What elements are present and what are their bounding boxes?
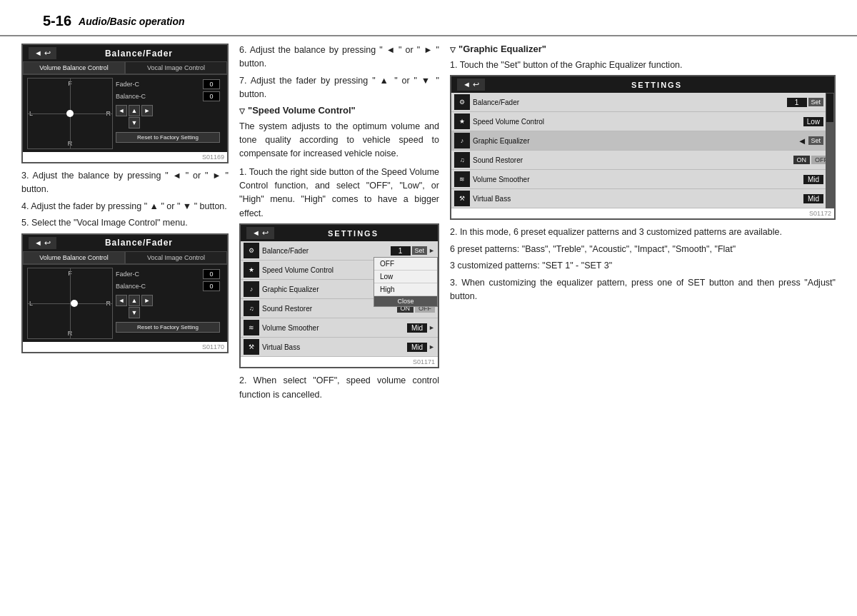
settings-row-sound-2: ♫ Sound Restorer ON OFF (451, 151, 834, 170)
content-area: ◄ ↩ Balance/Fader Volume Balance Control… (0, 44, 857, 405)
settings-back-2[interactable]: ◄ ↩ (457, 79, 485, 91)
balance-arrow: ► (428, 247, 435, 254)
bass-row-value: Mid (407, 343, 427, 352)
back-button-1[interactable]: ◄ ↩ (29, 47, 56, 59)
settings-back-1[interactable]: ◄ ↩ (246, 227, 274, 239)
tab-vocal-image-1[interactable]: Vocal Image Control (125, 61, 227, 74)
screen-tabs-2: Volume Balance Control Vocal Image Contr… (23, 251, 227, 265)
volume-row-value-2: Mid (803, 175, 823, 184)
settings-code-2: S01172 (451, 208, 834, 218)
screen-code-1: S01169 (23, 152, 227, 162)
down-arrow-2[interactable]: ▼ (129, 307, 140, 318)
balance-row-value-2: 1 (787, 98, 807, 107)
speed-volume-body: The system adjusts to the optimum volume… (239, 120, 439, 161)
left-column: ◄ ↩ Balance/Fader Volume Balance Control… (21, 44, 229, 405)
sound-icon-2: ♫ (454, 152, 470, 168)
wave-icon-2: ≋ (454, 171, 470, 187)
step-5: 5. Select the "Vocal Image Control" menu… (21, 216, 229, 230)
settings-row-volume: ≋ Volume Smoother Mid ► (241, 318, 438, 338)
gear-icon-1: ⚙ (244, 243, 259, 258)
tab-vocal-image-2[interactable]: Vocal Image Control (125, 251, 227, 264)
screen-inner-2: ◄ ↩ Balance/Fader Volume Balance Control… (23, 235, 227, 342)
bluetooth-icon-1: ★ (244, 262, 259, 278)
tab-volume-balance-1[interactable]: Volume Balance Control (23, 61, 125, 74)
bass-row-label-2: Virtual Bass (473, 195, 803, 203)
fader-value-2: 0 (203, 269, 220, 279)
dropdown-high[interactable]: High (374, 283, 437, 296)
settings-header-1: ◄ ↩ SETTINGS (241, 225, 438, 241)
speed-volume-title: "Speed Volume Control" (248, 105, 356, 116)
sound-row-label-2: Sound Restorer (473, 156, 792, 164)
graphic-step-2: 2. In this mode, 6 preset equalizer patt… (450, 226, 836, 239)
reset-btn-2[interactable]: Reset to Factory Setting (116, 322, 220, 333)
page-title: Audio/Basic operation (79, 16, 185, 27)
balance-row-value: 1 (391, 246, 411, 256)
settings-inner-2: ◄ ↩ SETTINGS ⚙ Balance/Fader 1 Set ► ★ (451, 76, 834, 208)
balance-row-label-2: Balance/Fader (473, 99, 787, 106)
settings-title-2: SETTINGS (485, 81, 828, 89)
preset-patterns: 6 preset patterns: "Bass", "Treble", "Ac… (450, 243, 836, 256)
eq-row-label-2: Graphic Equalizer (473, 137, 796, 145)
gear-icon-2: ⚙ (454, 94, 470, 110)
balance-set-btn[interactable]: Set (412, 246, 428, 255)
down-arrow-1[interactable]: ▼ (129, 117, 140, 128)
settings-inner-1: ◄ ↩ SETTINGS ⚙ Balance/Fader 1 Set ► ★ (241, 225, 438, 357)
tab-volume-balance-2[interactable]: Volume Balance Control (23, 251, 125, 264)
settings-title-1: SETTINGS (274, 229, 432, 238)
right-column: ▽ "Graphic Equalizer" 1. Touch the "Set"… (450, 44, 836, 405)
settings-row-volume-2: ≋ Volume Smoother Mid ► (451, 170, 834, 189)
settings-screen-1: ◄ ↩ SETTINGS ⚙ Balance/Fader 1 Set ► ★ (239, 223, 439, 368)
settings-row-eq-2: ♪ Graphic Equalizer ◄ Set ► (451, 131, 834, 151)
balance-row-label: Balance/Fader (262, 247, 391, 255)
crosshair-dot-1 (66, 110, 74, 117)
settings-row-speed-2: ★ Speed Volume Control Low ► (451, 112, 834, 131)
up-arrow-2[interactable]: ▲ (129, 295, 140, 306)
graphic-eq-title: "Graphic Equalizer" (458, 44, 546, 54)
graphic-eq-section: ▽ "Graphic Equalizer" (450, 44, 836, 54)
screen-tabs-1: Volume Balance Control Vocal Image Contr… (23, 61, 227, 75)
speed-row-value-2: Low (803, 117, 823, 126)
step-4: 4. Adjust the fader by pressing " ▲ " or… (21, 200, 229, 213)
balance-value-2: 0 (203, 281, 220, 291)
reset-btn-1[interactable]: Reset to Factory Setting (116, 132, 220, 143)
dropdown-low[interactable]: Low (374, 271, 437, 283)
balance-ctrl-2: Balance-C 0 (116, 281, 220, 291)
balance-area-1: F R L R Fader-C 0 Bala (23, 75, 227, 152)
balance-value-1: 0 (203, 91, 220, 101)
dropdown-off[interactable]: OFF (374, 258, 437, 271)
balance-set-btn-2[interactable]: Set (808, 98, 824, 106)
back-button-2[interactable]: ◄ ↩ (29, 237, 56, 249)
left-arrow-1[interactable]: ◄ (116, 105, 127, 116)
step-3: 3. Adjust the balance by pressing " ◄ " … (21, 169, 229, 197)
fader-ctrl-1: Fader-C 0 (116, 79, 220, 89)
bass-row-label: Virtual Bass (262, 343, 407, 351)
screen-code-2: S01170 (23, 342, 227, 352)
eq-set-btn-2[interactable]: Set (808, 136, 824, 145)
eq-arrow-indicator: ◄ (798, 136, 807, 146)
triangle-icon-2: ▽ (450, 46, 456, 54)
right-arrow-1[interactable]: ► (141, 105, 153, 116)
fader-label-1: Fader-C (116, 81, 201, 88)
music-icon-1: ♪ (244, 281, 259, 297)
balance-fader-screen-2: ◄ ↩ Balance/Fader Volume Balance Control… (21, 233, 229, 353)
settings-screen-2: ◄ ↩ SETTINGS ⚙ Balance/Fader 1 Set ► ★ (450, 75, 836, 220)
crosshair-2: F R L R (27, 268, 113, 339)
screen-topbar-2: ◄ ↩ Balance/Fader (23, 235, 227, 251)
scrollbar-right[interactable] (826, 93, 834, 208)
up-arrow-1[interactable]: ▲ (129, 105, 140, 116)
volume-arrow: ► (428, 324, 435, 331)
custom-patterns: 3 customized patterns: "SET 1" - "SET 3" (450, 259, 836, 273)
right-arrow-2[interactable]: ► (141, 295, 153, 306)
volume-row-value: Mid (407, 323, 427, 333)
balance-label-1: Balance-C (116, 93, 201, 100)
dropdown-close[interactable]: Close (374, 296, 437, 306)
tool-icon-1: ⚒ (244, 339, 259, 355)
fader-label-2: Fader-C (116, 271, 201, 278)
on-button-2[interactable]: ON (793, 156, 811, 164)
crosshair-dot-2 (71, 300, 78, 307)
left-arrow-2[interactable]: ◄ (116, 295, 127, 306)
speed-dropdown: OFF Low High Close (374, 257, 438, 307)
graphic-step-3: 3. When customizing the equalizer patter… (450, 276, 836, 304)
fader-ctrl-2: Fader-C 0 (116, 269, 220, 279)
crosshair-1: F R L R (27, 78, 113, 149)
